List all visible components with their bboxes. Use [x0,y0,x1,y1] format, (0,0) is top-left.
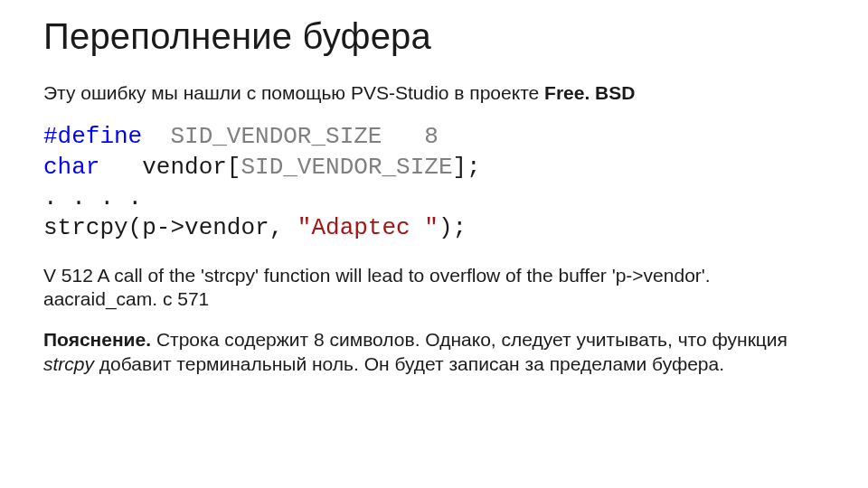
code-number: 8 [424,123,439,150]
explanation-text: Пояснение. Строка содержит 8 символов. О… [43,328,825,377]
code-keyword: char [43,154,99,181]
code-text: strcpy(p->vendor, [43,214,297,241]
code-text: ]; [453,154,481,181]
code-identifier: SID_VENDOR_SIZE [170,123,382,150]
code-space [382,123,424,150]
explanation-lead: Пояснение. [43,329,151,350]
slide-title: Переполнение буфера [43,16,825,57]
diagnostic-line1: V 512 A call of the 'strcpy' function wi… [43,265,711,286]
subtitle-prefix: Эту ошибку мы нашли с помощью PVS-Studio… [43,82,544,103]
slide-subtitle: Эту ошибку мы нашли с помощью PVS-Studio… [43,82,825,104]
code-text: vendor[ [142,154,241,181]
diagnostic-text: V 512 A call of the 'strcpy' function wi… [43,264,825,312]
code-keyword: #define [43,123,142,150]
code-text: ); [439,214,467,241]
code-block: #define SID_VENDOR_SIZE 8 char vendor[SI… [43,122,825,244]
explanation-part: Строка содержит 8 символов. Однако, след… [151,329,788,350]
diagnostic-line2: aacraid_cam. c 571 [43,288,209,309]
code-string: "Adaptec " [297,214,439,241]
subtitle-project: Free. BSD [544,82,635,103]
explanation-part: добавит терминальный ноль. Он будет запи… [94,353,724,374]
explanation-em: strcpy [43,353,94,374]
code-space [142,123,170,150]
slide: Переполнение буфера Эту ошибку мы нашли … [0,0,868,401]
code-identifier: SID_VENDOR_SIZE [241,154,452,181]
code-text: . . . . [43,184,142,211]
code-space [99,154,142,181]
